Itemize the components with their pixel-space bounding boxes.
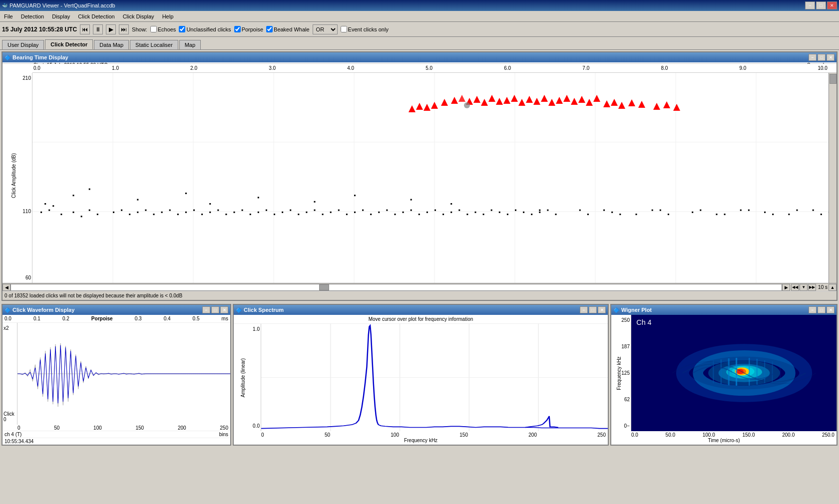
- nav-down-btn[interactable]: ▼: [800, 284, 808, 291]
- scroll-right-btn[interactable]: ▶: [782, 284, 790, 291]
- tab-static-localiser[interactable]: Static Localiser: [130, 40, 178, 49]
- wigner-close-btn[interactable]: ✕: [827, 306, 835, 313]
- beaked-whale-checkbox[interactable]: [266, 26, 273, 32]
- minimize-button[interactable]: −: [805, 1, 815, 9]
- ms-top-label: Porpoise: [91, 316, 113, 321]
- x-tick-1: 1.0: [112, 65, 119, 71]
- time-label: Time (micro-s): [708, 438, 740, 443]
- time-100: 100.0: [703, 432, 715, 438]
- svg-rect-139: [748, 210, 750, 211]
- svg-rect-30: [193, 210, 195, 211]
- menu-help[interactable]: Help: [158, 12, 178, 20]
- beaked-whale-checkbox-label[interactable]: Beaked Whale: [266, 26, 310, 32]
- svg-rect-33: [217, 210, 219, 211]
- bearing-close-btn[interactable]: ✕: [827, 54, 835, 61]
- svg-marker-114: [571, 98, 578, 105]
- nav-fwd-btn[interactable]: ▶▶: [808, 284, 816, 291]
- wigner-restore-btn[interactable]: □: [818, 306, 826, 313]
- waveform-minimize-btn[interactable]: −: [202, 306, 210, 313]
- maximize-button[interactable]: □: [816, 1, 826, 9]
- svg-rect-55: [395, 214, 396, 215]
- menu-click-detection[interactable]: Click Detection: [74, 12, 118, 20]
- spectrum-title: Click Spectrum: [244, 307, 580, 313]
- or-dropdown[interactable]: OR AND: [313, 24, 338, 34]
- echoes-checkbox[interactable]: [150, 26, 157, 32]
- ms-axis-01: 0.1: [33, 316, 40, 321]
- unclassified-checkbox[interactable]: [179, 26, 185, 32]
- tab-user-display[interactable]: User Display: [2, 40, 44, 49]
- svg-marker-119: [603, 100, 610, 107]
- event-clicks-checkbox[interactable]: [341, 26, 347, 32]
- svg-rect-43: [298, 214, 299, 215]
- scroll-left-btn[interactable]: ◀: [2, 284, 10, 291]
- svg-marker-116: [586, 99, 593, 106]
- bins-label: bins: [219, 432, 228, 437]
- wigner-y-250: 250: [621, 317, 630, 323]
- bearing-y-label-rotated: Click Amplitude (dB): [11, 158, 16, 198]
- svg-rect-46: [322, 214, 324, 215]
- spectrum-top-text: Move cursor over plot for frequency info…: [234, 315, 608, 324]
- transport-rewind[interactable]: ⏮: [80, 24, 90, 34]
- svg-rect-88: [660, 210, 661, 211]
- bearing-restore-btn[interactable]: □: [818, 54, 826, 61]
- waveform-restore-btn[interactable]: □: [211, 306, 219, 313]
- svg-rect-81: [523, 212, 524, 213]
- time-150: 150.0: [742, 432, 755, 438]
- tab-map[interactable]: Map: [179, 40, 201, 49]
- unclassified-checkbox-label[interactable]: Unclassified clicks: [179, 26, 231, 32]
- close-button[interactable]: ✕: [827, 1, 837, 9]
- tabs-bar: User Display Click Detector Data Map Sta…: [0, 37, 839, 50]
- bearing-minimize-btn[interactable]: −: [809, 54, 817, 61]
- svg-marker-127: [409, 105, 416, 112]
- bearing-vscrollbar[interactable]: [829, 73, 837, 283]
- wigner-y-187: 187: [621, 344, 630, 349]
- toolbar: 15 July 2012 10:55:28 UTC ⏮ ⏸ ▶ ⏭ Show: …: [0, 22, 839, 37]
- svg-rect-79: [507, 214, 508, 215]
- event-clicks-checkbox-label[interactable]: Event clicks only: [341, 26, 389, 32]
- menu-display[interactable]: Display: [48, 12, 74, 20]
- transport-play[interactable]: ▶: [106, 24, 116, 34]
- svg-rect-26: [161, 212, 163, 213]
- svg-marker-115: [578, 96, 585, 103]
- scroll-up-btn[interactable]: ▲: [829, 284, 837, 291]
- x-tick-7: 7.0: [582, 65, 589, 71]
- y-tick-110: 110: [3, 209, 31, 214]
- spectrum-restore-btn[interactable]: □: [589, 306, 597, 313]
- menu-detection[interactable]: Detection: [17, 12, 48, 20]
- app-title: PAMGUARD Viewer - VertQuadFinal.accdb: [9, 2, 115, 8]
- spectrum-minimize-btn[interactable]: −: [580, 306, 588, 313]
- wigner-svg: Ch 4: [631, 315, 837, 431]
- x-tick-2: 2.0: [190, 65, 197, 71]
- svg-rect-51: [362, 210, 364, 211]
- wigner-minimize-btn[interactable]: −: [809, 306, 817, 313]
- ms-axis-start: 0.0: [4, 316, 11, 321]
- tab-click-detector[interactable]: Click Detector: [45, 39, 93, 49]
- x-tick-6: 6.0: [504, 65, 511, 71]
- waveform-close-btn[interactable]: ✕: [220, 306, 228, 313]
- nav-back-btn[interactable]: ◀◀: [791, 284, 799, 291]
- svg-rect-23: [137, 212, 138, 213]
- tab-data-map[interactable]: Data Map: [94, 40, 129, 49]
- porpoise-checkbox-label[interactable]: Porpoise: [234, 26, 263, 32]
- main-content: 🔷 Bearing Time Display − □ ✕ Start: 15 J…: [0, 50, 839, 504]
- hscrollbar-thumb[interactable]: [319, 284, 329, 290]
- transport-pause[interactable]: ⏸: [93, 24, 103, 34]
- event-clicks-label: Event clicks only: [348, 26, 389, 32]
- svg-rect-16: [89, 210, 90, 211]
- menu-file[interactable]: File: [0, 12, 17, 20]
- bearing-plot-area: [32, 73, 837, 283]
- svg-marker-106: [511, 95, 518, 102]
- svg-marker-112: [556, 97, 563, 104]
- spectrum-close-btn[interactable]: ✕: [598, 306, 606, 313]
- waveform-title: Click Waveform Display: [12, 307, 202, 313]
- echoes-checkbox-label[interactable]: Echoes: [150, 26, 176, 32]
- porpoise-checkbox[interactable]: [234, 26, 241, 32]
- time-0: 0.0: [631, 432, 638, 438]
- svg-rect-67: [137, 199, 138, 201]
- menu-click-display[interactable]: Click Display: [119, 12, 158, 20]
- transport-forward[interactable]: ⏭: [119, 24, 129, 34]
- svg-rect-60: [434, 210, 436, 211]
- svg-rect-91: [740, 210, 742, 211]
- wigner-ch-label: Ch 4: [636, 318, 651, 326]
- channel-label: ch 4 (T): [4, 432, 21, 437]
